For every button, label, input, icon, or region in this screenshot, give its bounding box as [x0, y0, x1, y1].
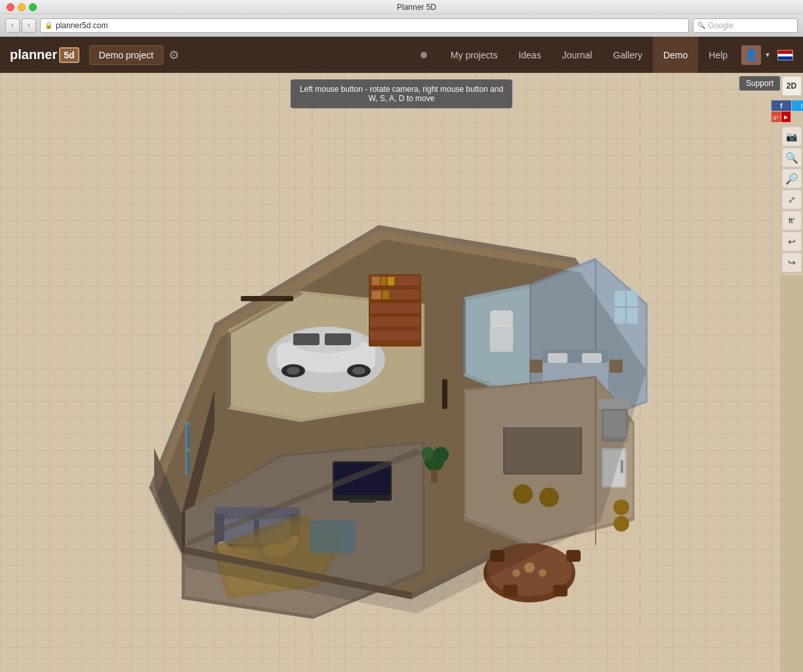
zoom-in-button[interactable]: 🔍	[782, 148, 802, 167]
nav-links: My projects Ideas Journal Gallery Demo H…	[440, 37, 738, 73]
address-bar[interactable]: 🔒 planner5d.com	[40, 18, 689, 33]
browser-chrome: Planner 5D ‹ › 🔒 planner5d.com 🔍 Google	[0, 0, 803, 37]
svg-rect-83	[621, 460, 623, 473]
camera-tooltip: Left mouse button - rotate camera, right…	[291, 79, 512, 108]
close-button[interactable]	[7, 3, 14, 11]
settings-button[interactable]: ⚙	[169, 48, 179, 62]
twitter-button[interactable]: t	[792, 100, 803, 111]
tooltip-line1: Left mouse button - rotate camera, right…	[300, 85, 503, 94]
logo-area: planner 5d	[10, 47, 79, 63]
canvas-area[interactable]	[0, 73, 780, 672]
social-group: f t g+ ▶	[772, 100, 803, 122]
svg-rect-89	[566, 550, 581, 562]
view-2d-button[interactable]: 2D	[782, 76, 802, 96]
maximize-button[interactable]	[29, 3, 37, 11]
fullscreen-button[interactable]: ⤢	[782, 190, 802, 209]
zoom-out-button[interactable]: 🔍	[782, 169, 802, 188]
support-button[interactable]: Support	[739, 76, 780, 91]
url-text: planner5d.com	[56, 21, 108, 30]
undo-button[interactable]: ↩	[782, 232, 802, 251]
search-bar[interactable]: 🔍 Google	[693, 18, 798, 33]
nav-my-projects[interactable]: My projects	[440, 37, 508, 73]
browser-toolbar: ‹ › 🔒 planner5d.com 🔍 Google	[0, 14, 803, 37]
nav-demo[interactable]: Demo	[653, 37, 698, 73]
logo-5d: 5d	[59, 47, 79, 63]
forward-button[interactable]: ›	[22, 18, 36, 33]
youtube-button[interactable]: ▶	[781, 112, 791, 122]
app-container: planner 5d Demo project ⚙ My projects Id…	[0, 37, 803, 672]
lock-icon: 🔒	[45, 22, 52, 29]
traffic-lights	[7, 3, 37, 11]
search-icon: 🔍	[697, 22, 705, 29]
project-name-button[interactable]: Demo project	[89, 45, 163, 65]
svg-rect-91	[553, 585, 567, 597]
browser-title: Planner 5D	[37, 3, 796, 12]
user-dropdown-arrow[interactable]: ▼	[764, 51, 771, 58]
tooltip-line2: W, S, A, D to move	[369, 94, 435, 103]
floorplan-svg	[83, 127, 674, 619]
googleplus-button[interactable]: g+	[772, 112, 781, 122]
browser-titlebar: Planner 5D	[0, 0, 803, 14]
svg-point-93	[512, 569, 520, 577]
logo-text: planner	[10, 47, 57, 62]
nav-dot	[421, 52, 427, 58]
back-button[interactable]: ‹	[5, 18, 20, 33]
svg-point-95	[613, 499, 629, 515]
minimize-button[interactable]	[18, 3, 26, 11]
svg-rect-90	[503, 585, 518, 597]
nav-help[interactable]: Help	[698, 37, 738, 73]
svg-point-96	[613, 516, 629, 532]
redo-button[interactable]: ↪	[782, 253, 802, 272]
nav-user: 👤 ▼	[741, 45, 793, 65]
right-toolbar: 2D f t g+ ▶ 📷 🔍 🔍 ⤢ ft' ↩ ↪	[780, 73, 803, 276]
units-button[interactable]: ft'	[782, 211, 802, 230]
search-placeholder: Google	[708, 21, 733, 30]
svg-point-94	[539, 569, 546, 577]
nav-ideas[interactable]: Ideas	[508, 37, 551, 73]
facebook-button[interactable]: f	[772, 100, 791, 111]
nav-journal[interactable]: Journal	[552, 37, 603, 73]
nav-bar: planner 5d Demo project ⚙ My projects Id…	[0, 37, 803, 73]
nav-buttons: ‹ ›	[5, 18, 36, 33]
floorplan-3d	[83, 127, 674, 619]
nav-gallery[interactable]: Gallery	[603, 37, 653, 73]
camera-button[interactable]: 📷	[782, 127, 802, 146]
language-flag[interactable]	[777, 50, 793, 60]
svg-marker-104	[182, 511, 185, 553]
user-avatar[interactable]: 👤	[741, 45, 761, 65]
svg-point-92	[524, 562, 535, 573]
